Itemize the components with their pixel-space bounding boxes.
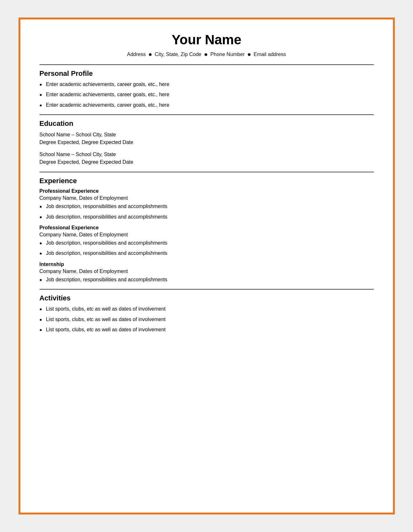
- exp-subtitle-2: Professional Experience: [40, 225, 374, 231]
- experience-block-2: Professional Experience Company Name, Da…: [40, 225, 374, 257]
- education-line2: Degree Expected, Degree Expected Date: [40, 139, 374, 146]
- exp-company-3: Company Name, Dates of Employment: [40, 269, 374, 274]
- exp-subtitle-3: Internship: [40, 262, 374, 267]
- list-item: List sports, clubs, etc as well as dates…: [40, 326, 374, 333]
- list-item: Enter academic achievements, career goal…: [40, 91, 374, 98]
- experience-block-1: Professional Experience Company Name, Da…: [40, 188, 374, 220]
- experience-block-3: Internship Company Name, Dates of Employ…: [40, 262, 374, 283]
- activities-title: Activities: [40, 294, 374, 302]
- divider-4: [40, 289, 374, 290]
- exp-list-1: Job description, responsibilities and ac…: [40, 203, 374, 220]
- experience-section: Experience Professional Experience Compa…: [40, 177, 374, 283]
- divider-1: [40, 64, 374, 65]
- exp-company-1: Company Name, Dates of Employment: [40, 195, 374, 201]
- list-item: List sports, clubs, etc as well as dates…: [40, 316, 374, 323]
- activities-list: List sports, clubs, etc as well as dates…: [40, 306, 374, 333]
- list-item: Enter academic achievements, career goal…: [40, 81, 374, 88]
- resume-container: Your Name Address ● City, State, Zip Cod…: [18, 18, 395, 514]
- list-item: List sports, clubs, etc as well as dates…: [40, 306, 374, 313]
- dot-2: ●: [204, 51, 208, 58]
- dot-3: ●: [247, 51, 251, 58]
- education-line2: Degree Expected, Degree Expected Date: [40, 158, 374, 166]
- email: Email address: [254, 52, 286, 57]
- education-entry-1: School Name – School City, State Degree …: [40, 131, 374, 146]
- exp-list-3: Job description, responsibilities and ac…: [40, 276, 374, 283]
- education-title: Education: [40, 119, 374, 128]
- education-line1: School Name – School City, State: [40, 151, 374, 158]
- activities-section: Activities List sports, clubs, etc as we…: [40, 294, 374, 333]
- dot-1: ●: [148, 51, 152, 58]
- exp-subtitle-1: Professional Experience: [40, 188, 374, 194]
- education-entry-2: School Name – School City, State Degree …: [40, 151, 374, 166]
- exp-list-2: Job description, responsibilities and ac…: [40, 240, 374, 257]
- education-line1: School Name – School City, State: [40, 131, 374, 139]
- city: City, State, Zip Code: [155, 52, 201, 57]
- personal-profile-section: Personal Profile Enter academic achievem…: [40, 69, 374, 109]
- exp-company-2: Company Name, Dates of Employment: [40, 232, 374, 238]
- list-item: Job description, responsibilities and ac…: [40, 240, 374, 247]
- personal-profile-title: Personal Profile: [40, 69, 374, 78]
- phone: Phone Number: [210, 52, 245, 57]
- address: Address: [127, 52, 146, 57]
- personal-profile-list: Enter academic achievements, career goal…: [40, 81, 374, 109]
- list-item: Enter academic achievements, career goal…: [40, 102, 374, 109]
- list-item: Job description, responsibilities and ac…: [40, 250, 374, 257]
- resume-header: Your Name Address ● City, State, Zip Cod…: [40, 32, 374, 58]
- divider-3: [40, 172, 374, 172]
- divider-2: [40, 114, 374, 115]
- full-name: Your Name: [40, 32, 374, 47]
- list-item: Job description, responsibilities and ac…: [40, 203, 374, 210]
- experience-title: Experience: [40, 177, 374, 185]
- list-item: Job description, responsibilities and ac…: [40, 276, 374, 283]
- education-section: Education School Name – School City, Sta…: [40, 119, 374, 166]
- contact-line: Address ● City, State, Zip Code ● Phone …: [40, 51, 374, 58]
- list-item: Job description, responsibilities and ac…: [40, 213, 374, 220]
